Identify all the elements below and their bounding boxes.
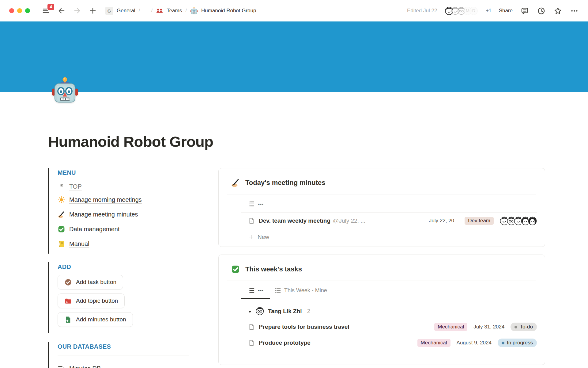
menu-item-label: Data management <box>69 226 120 233</box>
active-tab-indicator <box>241 298 270 299</box>
menu-item-morning-meetings[interactable]: Manage morning meetings <box>58 192 142 207</box>
page-title: Humanoid Robot Group <box>48 133 545 150</box>
db-edit-icon <box>58 365 65 368</box>
add-section: ADD Add task button A <box>48 262 201 333</box>
breadcrumb-separator: / <box>185 8 187 14</box>
new-tab-icon[interactable] <box>88 6 97 15</box>
team-tag: Dev team <box>465 217 494 225</box>
new-row-label: New <box>258 234 269 240</box>
menu-section: MENU TOP Manage m <box>48 168 201 254</box>
avatar-glasses <box>256 307 264 315</box>
viewer-avatars[interactable]: M D <box>445 7 478 15</box>
view-tab-default[interactable]: --- <box>248 201 263 207</box>
add-minutes-button[interactable]: Add minutes button <box>58 312 133 327</box>
group-name: Tang Lik Zhi <box>268 308 302 315</box>
robot-icon <box>190 7 198 15</box>
menu-item-manual[interactable]: Manual <box>58 236 89 251</box>
button-label: Add topic button <box>76 297 118 304</box>
breadcrumb-page[interactable]: Humanoid Robot Group <box>201 8 256 14</box>
menu-item-meeting-minutes[interactable]: Manage meeting minutes <box>58 207 138 222</box>
databases-heading: OUR DATABASES <box>58 343 201 350</box>
avatar-overflow-count[interactable]: +1 <box>486 8 491 13</box>
avatar-letter-d: D <box>469 7 478 15</box>
row-title[interactable]: Dev. team weekly meeting <box>259 217 330 224</box>
row-date: July 31, 2024 <box>473 324 504 330</box>
window-controls <box>9 8 30 13</box>
divider <box>58 355 189 355</box>
add-topic-button[interactable]: Add topic button <box>58 293 125 308</box>
minutes-doc-icon <box>64 316 72 324</box>
table-row[interactable]: Prepare tools for business travel Mechan… <box>241 319 537 335</box>
zoom-window-button[interactable] <box>25 8 30 13</box>
collapse-triangle-icon[interactable] <box>248 309 252 313</box>
comments-icon[interactable] <box>520 6 529 15</box>
status-dot <box>514 326 517 328</box>
status-badge: In progress <box>498 339 537 347</box>
avatar-long-hair <box>528 217 537 225</box>
menu-item-top[interactable]: TOP <box>58 181 82 192</box>
teams-icon <box>156 7 163 14</box>
topic-folder-icon <box>64 297 72 305</box>
card-title: Today's meeting minutes <box>245 179 326 187</box>
group-row[interactable]: Tang Lik Zhi 2 <box>241 299 537 319</box>
sidebar-toggle-icon[interactable]: 4 <box>41 6 51 15</box>
new-row-button[interactable]: New <box>241 229 537 247</box>
view-tab-label: This Week - Mine <box>284 287 327 294</box>
breadcrumb-teams[interactable]: Teams <box>167 8 182 14</box>
ledger-icon <box>58 240 65 248</box>
history-clock-icon[interactable] <box>537 6 546 15</box>
row-date: July 22, 20... <box>429 218 458 224</box>
bulleted-list-icon <box>248 201 255 207</box>
more-options-icon[interactable] <box>570 6 579 15</box>
view-tab-this-week-mine[interactable]: This Week - Mine <box>274 287 327 294</box>
close-window-button[interactable] <box>9 8 14 13</box>
status-dot <box>502 342 504 344</box>
plus-icon <box>248 234 254 240</box>
back-icon[interactable] <box>57 6 66 15</box>
add-task-button[interactable]: Add task button <box>58 275 123 289</box>
workspace-chip[interactable]: G <box>105 7 113 15</box>
status-badge: To-do <box>511 323 537 331</box>
button-label: Add task button <box>76 279 116 286</box>
menu-item-label: Manage meeting minutes <box>69 211 138 218</box>
minimize-window-button[interactable] <box>17 8 22 13</box>
bulleted-list-icon <box>274 287 281 294</box>
row-avatars <box>502 217 537 225</box>
favorite-star-icon[interactable] <box>553 6 562 15</box>
view-tab-default[interactable]: --- <box>248 287 263 294</box>
sun-icon <box>58 196 65 204</box>
writing-hand-icon <box>58 211 65 218</box>
card-title: This week's tasks <box>245 265 302 273</box>
category-tag: Mechanical <box>434 323 467 331</box>
row-title[interactable]: Produce prototype <box>259 339 311 346</box>
database-item-minutes-db[interactable]: Minutes DB <box>58 361 101 368</box>
forward-icon[interactable] <box>73 6 82 15</box>
row-date: August 9, 2024 <box>457 340 492 346</box>
add-heading: ADD <box>58 263 201 270</box>
check-box-icon <box>58 225 65 233</box>
page-icon <box>248 339 255 346</box>
table-row[interactable]: Dev. team weekly meeting @July 22, ... J… <box>241 213 537 229</box>
share-button[interactable]: Share <box>499 8 513 14</box>
breadcrumb: G General / ... / Teams / <box>105 7 256 15</box>
menu-item-label: Manual <box>69 240 89 247</box>
database-item-label: Minutes DB <box>69 365 101 368</box>
menu-item-data-management[interactable]: Data management <box>58 222 120 236</box>
row-date-mention: @July 22, ... <box>333 217 365 224</box>
breadcrumb-workspace[interactable]: General <box>117 8 135 14</box>
page-icon <box>248 217 255 224</box>
status-label: To-do <box>520 324 533 330</box>
task-icon <box>64 278 72 286</box>
breadcrumb-ellipsis[interactable]: ... <box>143 8 148 14</box>
table-row[interactable]: Produce prototype Mechanical August 9, 2… <box>241 335 537 351</box>
category-tag: Mechanical <box>417 339 450 347</box>
edited-timestamp: Edited Jul 22 <box>407 8 437 14</box>
page-cover[interactable] <box>0 21 588 92</box>
view-tab-label: --- <box>258 201 263 207</box>
page-icon-robot[interactable] <box>51 77 79 105</box>
notification-badge: 4 <box>47 3 55 11</box>
breadcrumb-separator: / <box>151 8 153 14</box>
group-count: 2 <box>307 308 310 315</box>
row-title[interactable]: Prepare tools for business travel <box>259 324 349 330</box>
window-topbar: 4 G General / ... / Teams <box>0 0 588 21</box>
